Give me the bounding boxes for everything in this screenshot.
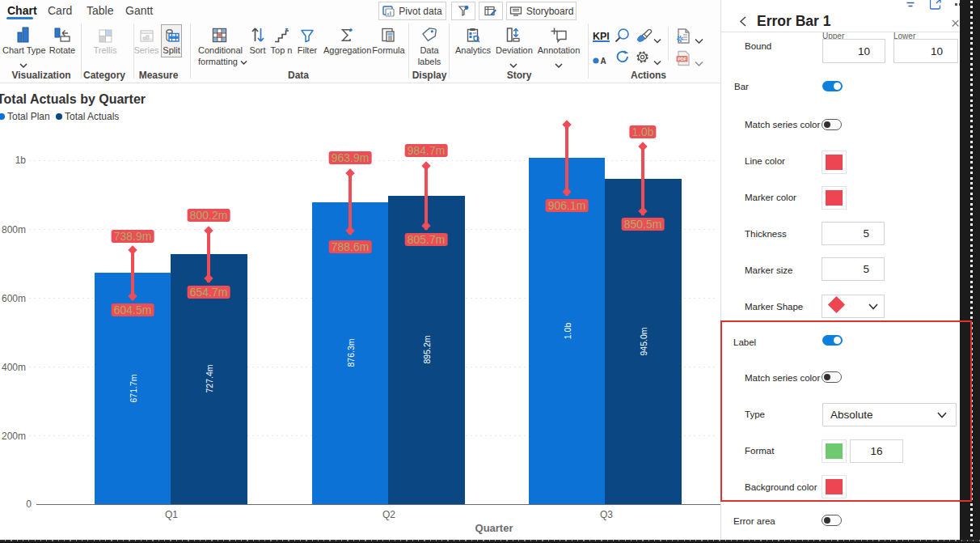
svg-text:A: A (601, 57, 606, 65)
svg-text:PDF: PDF (678, 57, 687, 62)
